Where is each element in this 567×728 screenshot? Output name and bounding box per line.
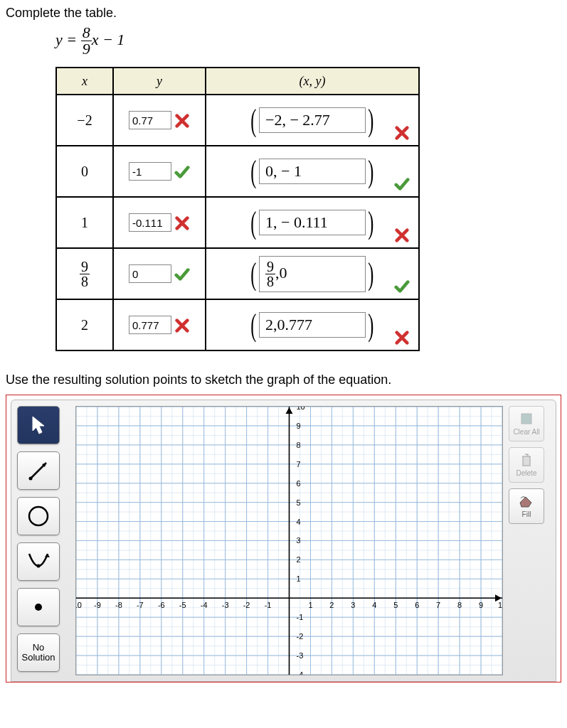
svg-text:-9: -9 [94,601,101,609]
svg-text:6: 6 [296,479,300,488]
tool-circle[interactable] [17,497,60,535]
check-icon [391,277,410,294]
svg-point-5 [37,564,41,568]
y-cell [113,146,206,197]
xy-input[interactable]: −2, − 2.77 [259,107,366,133]
svg-text:-4: -4 [296,670,303,675]
svg-text:-1: -1 [265,601,272,609]
y-input[interactable] [129,162,171,181]
xy-cell: (−2, − 2.77) [206,95,419,146]
svg-text:8: 8 [457,601,462,609]
check-icon [171,163,190,178]
tool-pointer[interactable] [17,406,60,444]
svg-text:3: 3 [351,601,355,609]
svg-text:-6: -6 [158,601,165,609]
paren-right: ) [368,102,373,139]
svg-text:3: 3 [296,536,300,545]
x-cell: 98 [56,248,113,299]
paren-left: ( [251,307,257,343]
svg-text:9: 9 [296,422,300,430]
svg-marker-116 [286,407,293,414]
y-input[interactable] [129,264,171,283]
x-cell: −2 [56,95,113,146]
svg-point-6 [35,604,42,611]
table-row: 0(0, − 1) [56,146,419,197]
tool-no-solution[interactable]: NoSolution [17,633,60,672]
paren-left: ( [251,154,257,190]
svg-text:-2: -2 [243,601,250,609]
paren-right: ) [368,205,373,241]
y-input[interactable] [129,316,171,334]
x-icon [171,316,190,332]
paren-left: ( [251,205,257,241]
table-row: 2(2,0.777) [56,299,419,350]
svg-text:2: 2 [296,555,300,564]
svg-text:6: 6 [415,601,419,609]
graph-panel: NoSolution -10-9-8-7-6-5-4-3-2-112345678… [6,395,561,682]
equation: y = 8 9 x − 1 [55,25,561,57]
svg-text:-5: -5 [179,601,186,609]
instruction-graph: Use the resulting solution points to ske… [6,373,561,387]
xy-input[interactable]: 0, − 1 [259,159,366,184]
y-cell [113,248,206,299]
y-cell [113,299,206,350]
svg-text:8: 8 [296,441,300,449]
y-input[interactable] [129,213,171,232]
svg-text:1: 1 [296,574,300,583]
x-icon [171,112,190,127]
tool-point[interactable] [17,588,60,626]
tool-fill[interactable]: Fill [509,488,544,524]
svg-text:-10: -10 [76,601,82,609]
svg-text:-1: -1 [296,613,303,621]
paren-left: ( [251,256,257,292]
svg-text:10: 10 [498,601,502,609]
delete-icon [519,453,534,469]
svg-text:1: 1 [308,601,312,609]
x-cell: 2 [56,299,113,350]
svg-text:7: 7 [296,460,300,469]
tool-delete: Delete [509,447,544,483]
x-cell: 0 [56,146,113,197]
y-input[interactable] [129,111,171,129]
x-icon [171,214,190,230]
svg-text:9: 9 [479,601,483,609]
check-icon [391,175,410,192]
graph-canvas[interactable]: -10-9-8-7-6-5-4-3-2-112345678910-4-3-2-1… [75,406,503,675]
x-cell: 1 [56,197,113,248]
y-cell [113,197,206,248]
tool-parabola[interactable] [17,542,60,581]
svg-text:10: 10 [296,407,304,411]
paren-left: ( [251,102,257,139]
xy-cell: (98,0) [206,248,419,299]
col-header-xy: (x, y) [206,68,419,95]
paren-right: ) [368,307,373,343]
xy-cell: (0, − 1) [206,146,419,197]
svg-text:7: 7 [436,601,440,609]
x-icon [391,124,410,141]
svg-text:-2: -2 [296,632,303,641]
svg-text:2: 2 [329,601,334,609]
x-icon [391,226,410,243]
svg-text:-3: -3 [296,651,303,660]
tool-clear-all: Clear All [509,406,544,441]
xy-input[interactable]: 2,0.777 [259,312,366,338]
svg-point-2 [29,477,33,481]
xy-input[interactable]: 98,0 [259,256,366,292]
svg-text:-7: -7 [137,601,144,609]
prompt-text: Complete the table. [6,6,561,21]
xy-input[interactable]: 1, − 0.111 [259,210,366,235]
toolbar-right: Clear AllDeleteFill [509,406,550,675]
svg-rect-151 [521,414,531,424]
answer-table: x y (x, y) −2(−2, − 2.77)0(0, − 1)1(1, −… [55,67,420,351]
paren-right: ) [368,256,373,292]
table-row: −2(−2, − 2.77) [56,95,419,146]
clear-all-icon [519,412,534,428]
xy-cell: (1, − 0.111) [206,197,419,248]
svg-text:-8: -8 [115,601,122,609]
svg-text:5: 5 [296,498,300,507]
tool-line[interactable] [17,451,60,490]
fill-icon [519,494,534,510]
table-row: 1(1, − 0.111) [56,197,419,248]
xy-cell: (2,0.777) [206,299,419,350]
paren-right: ) [368,154,373,190]
